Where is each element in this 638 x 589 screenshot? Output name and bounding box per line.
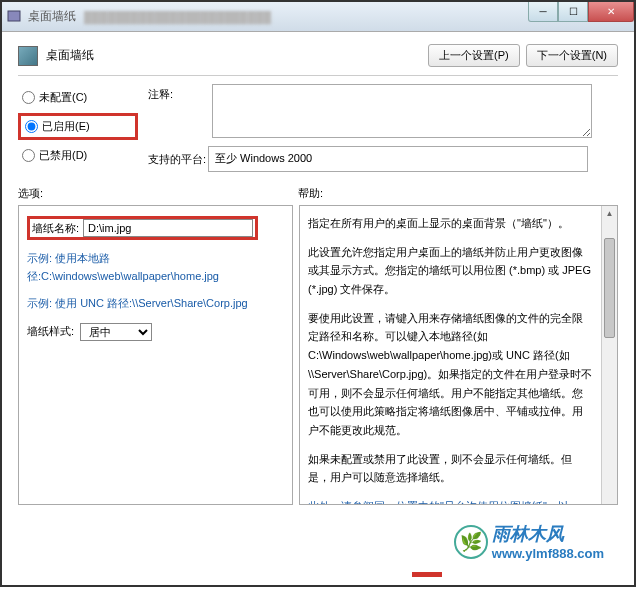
options-panel: 墙纸名称: 示例: 使用本地路径:C:\windows\web\wallpape… xyxy=(18,205,293,505)
scroll-thumb[interactable] xyxy=(604,238,615,338)
help-text-3: 要使用此设置，请键入用来存储墙纸图像的文件的完全限定路径和名称。可以键入本地路径… xyxy=(308,309,593,440)
next-setting-button[interactable]: 下一个设置(N) xyxy=(526,44,618,67)
platform-label: 支持的平台: xyxy=(148,152,208,167)
scroll-up-arrow[interactable]: ▲ xyxy=(602,206,617,222)
options-label: 选项: xyxy=(18,186,298,201)
help-panel: 指定在所有用户的桌面上显示的桌面背景（"墙纸"）。 此设置允许您指定用户桌面上的… xyxy=(299,205,618,505)
help-label: 帮助: xyxy=(298,186,323,201)
example-local-path: 示例: 使用本地路径:C:\windows\web\wallpaper\home… xyxy=(27,250,284,285)
wallpaper-style-select[interactable]: 居中 xyxy=(80,323,152,341)
help-text-4: 如果未配置或禁用了此设置，则不会显示任何墙纸。但是，用户可以随意选择墙纸。 xyxy=(308,450,593,487)
help-text-5: 此外，请参阅同一位置中的"只允许使用位图墙纸"，以及"用户配置\管理模板\控制面… xyxy=(308,497,593,505)
platform-value: 至少 Windows 2000 xyxy=(208,146,588,172)
help-text-2: 此设置允许您指定用户桌面上的墙纸并防止用户更改图像或其显示方式。您指定的墙纸可以… xyxy=(308,243,593,299)
radio-enabled-input[interactable] xyxy=(25,120,38,133)
annotation-mark xyxy=(412,572,442,577)
radio-enabled[interactable]: 已启用(E) xyxy=(23,119,133,134)
help-text-1: 指定在所有用户的桌面上显示的桌面背景（"墙纸"）。 xyxy=(308,214,593,233)
wallpaper-icon xyxy=(18,46,38,66)
page-title: 桌面墙纸 xyxy=(46,47,422,64)
wallpaper-style-label: 墙纸样式: xyxy=(27,324,74,339)
minimize-button[interactable]: ─ xyxy=(528,2,558,22)
notes-textarea[interactable] xyxy=(212,84,592,138)
radio-not-configured-input[interactable] xyxy=(22,91,35,104)
maximize-button[interactable]: ☐ xyxy=(558,2,588,22)
prev-setting-button[interactable]: 上一个设置(P) xyxy=(428,44,520,67)
watermark-url: www.ylmf888.com xyxy=(492,546,604,561)
svg-rect-0 xyxy=(8,11,20,21)
notes-label: 注释: xyxy=(148,87,208,102)
radio-not-configured[interactable]: 未配置(C) xyxy=(18,84,138,111)
app-icon xyxy=(6,9,22,25)
radio-disabled-input[interactable] xyxy=(22,149,35,162)
example-unc-path: 示例: 使用 UNC 路径:\\Server\Share\Corp.jpg xyxy=(27,295,284,313)
help-scrollbar[interactable]: ▲ xyxy=(601,206,617,504)
config-radio-group: 未配置(C) 已启用(E) 已禁用(D) xyxy=(18,84,138,169)
watermark: 🌿 雨林木风 www.ylmf888.com xyxy=(452,520,606,563)
wallpaper-name-input[interactable] xyxy=(83,219,253,237)
watermark-brand: 雨林木风 xyxy=(492,522,604,546)
window-title: 桌面墙纸 xyxy=(28,8,76,25)
wallpaper-name-label: 墙纸名称: xyxy=(32,221,79,236)
radio-disabled[interactable]: 已禁用(D) xyxy=(18,142,138,169)
close-button[interactable]: ✕ xyxy=(588,2,634,22)
titlebar-path: ████████████████████████ xyxy=(84,11,271,23)
titlebar: 桌面墙纸 ████████████████████████ ─ ☐ ✕ xyxy=(2,2,634,32)
watermark-logo-icon: 🌿 xyxy=(454,525,488,559)
